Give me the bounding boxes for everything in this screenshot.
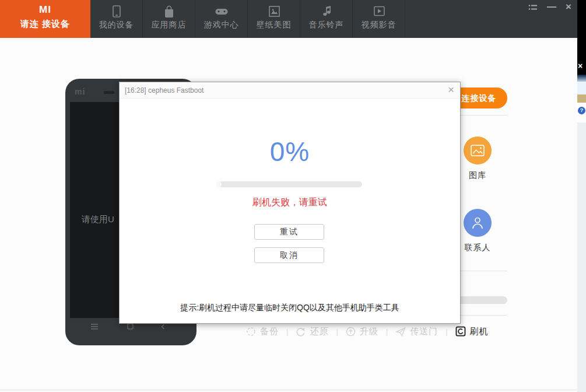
fragment-close-icon[interactable]: × [578,61,583,71]
mi-logo: MI [0,4,90,16]
fragment-banner [577,75,586,82]
gallery-label: 图库 [464,170,492,181]
phone-icon [90,5,142,19]
gamepad-icon [195,5,247,19]
flash-tip-text: 提示:刷机过程中请尽量临时关闭QQ以及其他手机助手类工具 [120,303,460,313]
tab-connect-device-active[interactable]: MI 请连 接设备 [0,0,90,38]
tab-label: 应用商店 [143,20,195,30]
top-navbar: MI 请连 接设备 我的设备 应用商店 游戏中心 [0,0,577,38]
contacts-icon [464,209,492,237]
contacts-label: 联系人 [464,243,492,253]
restore-icon [296,327,306,337]
toolbar-backup[interactable]: 备份 [246,326,279,337]
progress-fill [216,181,222,187]
wallpaper-icon [248,5,300,19]
toolbar-upgrade[interactable]: 升级 [346,326,378,337]
toolbar-restore[interactable]: 还原 [296,326,328,337]
minimize-button[interactable]: — [547,2,556,12]
close-button[interactable]: × [566,3,571,11]
divider [459,315,507,316]
mi-suite-window: MI 请连 接设备 我的设备 应用商店 游戏中心 [0,0,577,392]
shortcut-gallery[interactable]: 图库 [464,136,492,181]
backup-icon [246,327,256,337]
phone-home-icon [127,323,134,330]
tab-label: 游戏中心 [195,20,247,30]
phone-back-icon [161,324,165,330]
tab-label: 视频影音 [353,20,405,30]
divider [459,115,507,116]
background-window-edge: × ? [577,0,586,392]
tab-music[interactable]: 音乐铃声 [300,0,353,38]
tab-label: 我的设备 [90,20,142,30]
toolbar-separator: | [445,327,447,336]
connect-device-label: 请连 接设备 [0,19,90,30]
upgrade-icon [346,327,356,337]
help-icon[interactable]: ? [578,107,585,114]
fragment-bar [577,94,586,103]
flash-progress-dialog: [16:28] cepheus Fastboot × 0% 刷机失败，请重试 重… [119,82,461,324]
tab-app-store[interactable]: 应用商店 [143,0,195,38]
fragment-body [577,82,586,94]
phone-mi-logo: mi [75,87,85,96]
phone-menu-icon [91,324,98,330]
tab-my-device[interactable]: 我的设备 [90,0,143,38]
error-message: 刷机失败，请重试 [120,197,460,209]
phone-speaker [104,91,114,94]
video-icon [353,5,405,19]
toolbar-separator: | [386,327,388,336]
portal-icon [395,327,406,337]
nav-tabs: 我的设备 应用商店 游戏中心 壁纸美图 [90,0,405,38]
menu-list-icon[interactable] [528,4,538,10]
toolbar-portal[interactable]: 传送门 [395,326,438,337]
tab-wallpaper[interactable]: 壁纸美图 [248,0,300,38]
toolbar-flash[interactable]: 刷机 [455,326,489,337]
tab-video[interactable]: 视频影音 [353,0,405,38]
tab-label: 壁纸美图 [248,20,300,30]
music-note-icon [300,5,352,19]
toolbar-separator: | [286,327,288,336]
cancel-button[interactable]: 取消 [254,247,324,263]
flash-icon [455,326,466,337]
shortcut-contacts[interactable]: 联系人 [464,209,492,253]
toolbar-separator: | [336,327,338,336]
progress-percent: 0% [120,136,460,167]
flash-progress-bar [216,181,362,187]
phone-nav-bar [65,323,196,332]
gallery-icon [464,136,492,164]
window-controls: — × [528,0,571,14]
divider [0,390,577,390]
divider [459,271,507,271]
shopping-bag-icon [143,5,195,19]
bottom-toolbar: 备份 | 还原 | 升级 | 传送门 | 刷机 [246,324,489,338]
dialog-close-icon[interactable]: × [448,84,454,96]
tab-game-center[interactable]: 游戏中心 [195,0,248,38]
usb-hint-text: 请使用U [82,214,114,225]
tab-label: 音乐铃声 [300,20,352,30]
retry-button[interactable]: 重试 [254,224,324,240]
dialog-titlebar: [16:28] cepheus Fastboot × [120,82,460,99]
dialog-title: [16:28] cepheus Fastboot [125,86,203,94]
